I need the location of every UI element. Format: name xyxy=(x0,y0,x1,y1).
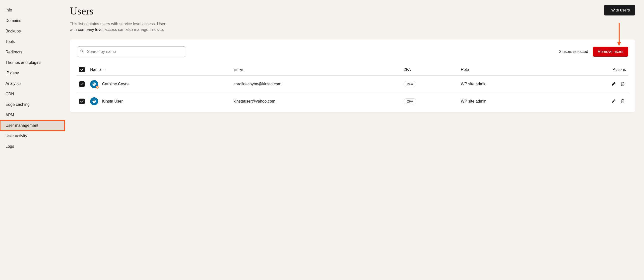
sidebar-item-themes-plugins[interactable]: Themes and plugins xyxy=(0,57,65,68)
pencil-icon xyxy=(612,100,616,104)
sidebar-item-label: IP deny xyxy=(6,71,19,75)
col-email[interactable]: Email xyxy=(231,64,401,76)
users-card: 2 users selected Remove users Name ↑ Em xyxy=(70,39,635,112)
edit-button[interactable] xyxy=(610,98,617,105)
sidebar-item-label: Analytics xyxy=(6,81,22,86)
sidebar-item-redirects[interactable]: Redirects xyxy=(0,47,65,57)
selected-count: 2 users selected xyxy=(559,49,588,54)
twofa-badge: 2FA xyxy=(404,98,416,104)
sidebar-item-label: Themes and plugins xyxy=(6,60,41,65)
user-name: Caroline Coyne xyxy=(102,82,130,86)
main-content: Users This list contains users with serv… xyxy=(65,0,644,280)
col-actions: Actions xyxy=(557,64,628,76)
sidebar-item-ip-deny[interactable]: IP deny xyxy=(0,68,65,78)
sidebar-item-label: User management xyxy=(6,123,38,127)
sidebar-item-label: CDN xyxy=(6,92,14,96)
trash-icon xyxy=(620,100,625,104)
sidebar-item-tools[interactable]: Tools xyxy=(0,36,65,47)
sort-asc-icon: ↑ xyxy=(103,67,105,72)
sidebar-item-info[interactable]: Info xyxy=(0,5,65,16)
sidebar-item-backups[interactable]: Backups xyxy=(0,26,65,36)
col-role[interactable]: Role xyxy=(458,64,557,76)
sidebar-item-apm[interactable]: APM xyxy=(0,110,65,120)
users-table: Name ↑ Email 2FA Role Actions xyxy=(77,64,628,110)
sidebar-item-label: Edge caching xyxy=(6,102,30,106)
avatar-badge-icon xyxy=(96,86,99,89)
page-title: Users xyxy=(70,5,174,17)
user-role: WP site admin xyxy=(458,76,557,93)
search-wrap xyxy=(77,46,186,57)
remove-users-button[interactable]: Remove users xyxy=(593,47,628,57)
sidebar-item-label: Backups xyxy=(6,29,21,33)
avatar xyxy=(90,97,98,105)
avatar xyxy=(90,80,98,88)
search-icon xyxy=(80,49,84,54)
sidebar-item-logs[interactable]: Logs xyxy=(0,141,65,152)
user-email: kinstauser@yahoo.com xyxy=(231,93,401,110)
sidebar-item-label: Domains xyxy=(6,19,21,23)
col-name[interactable]: Name ↑ xyxy=(88,64,231,76)
twofa-badge: 2FA xyxy=(404,81,416,87)
table-row: Kinsta User kinstauser@yahoo.com 2FA WP … xyxy=(77,93,628,110)
svg-rect-7 xyxy=(94,101,94,102)
select-all-checkbox[interactable] xyxy=(79,67,85,72)
svg-point-0 xyxy=(81,50,83,52)
sidebar-item-label: Tools xyxy=(6,39,15,44)
search-input[interactable] xyxy=(77,46,186,57)
page-description: This list contains users with service le… xyxy=(70,21,174,33)
user-name: Kinsta User xyxy=(102,99,123,104)
delete-button[interactable] xyxy=(619,81,626,88)
pencil-icon xyxy=(612,83,616,87)
sidebar-item-label: APM xyxy=(6,113,14,117)
trash-icon xyxy=(620,83,625,87)
sidebar-item-label: Info xyxy=(6,8,12,12)
sidebar-item-domains[interactable]: Domains xyxy=(0,16,65,26)
delete-button[interactable] xyxy=(619,98,626,105)
col-2fa[interactable]: 2FA xyxy=(401,64,458,76)
sidebar-item-edge-caching[interactable]: Edge caching xyxy=(0,99,65,110)
row-checkbox[interactable] xyxy=(79,99,85,104)
svg-line-1 xyxy=(82,52,83,52)
sidebar-item-label: Redirects xyxy=(6,50,22,54)
user-role: WP site admin xyxy=(458,93,557,110)
page-header: Users This list contains users with serv… xyxy=(70,5,635,33)
sidebar-item-label: User activity xyxy=(6,134,27,138)
user-email: carolinecoyne@kinsta.com xyxy=(231,76,401,93)
row-checkbox[interactable] xyxy=(79,81,85,87)
svg-rect-4 xyxy=(94,84,94,85)
sidebar-item-cdn[interactable]: CDN xyxy=(0,89,65,99)
sidebar-item-user-activity[interactable]: User activity xyxy=(0,131,65,141)
table-row: Caroline Coyne carolinecoyne@kinsta.com … xyxy=(77,76,628,93)
sidebar: Info Domains Backups Tools Redirects The… xyxy=(0,0,65,280)
sidebar-item-analytics[interactable]: Analytics xyxy=(0,78,65,89)
edit-button[interactable] xyxy=(610,81,617,88)
sidebar-item-user-management[interactable]: User management xyxy=(0,120,65,131)
toolbar: 2 users selected Remove users xyxy=(77,46,628,57)
invite-users-button[interactable]: Invite users xyxy=(604,5,635,16)
sidebar-item-label: Logs xyxy=(6,144,14,149)
